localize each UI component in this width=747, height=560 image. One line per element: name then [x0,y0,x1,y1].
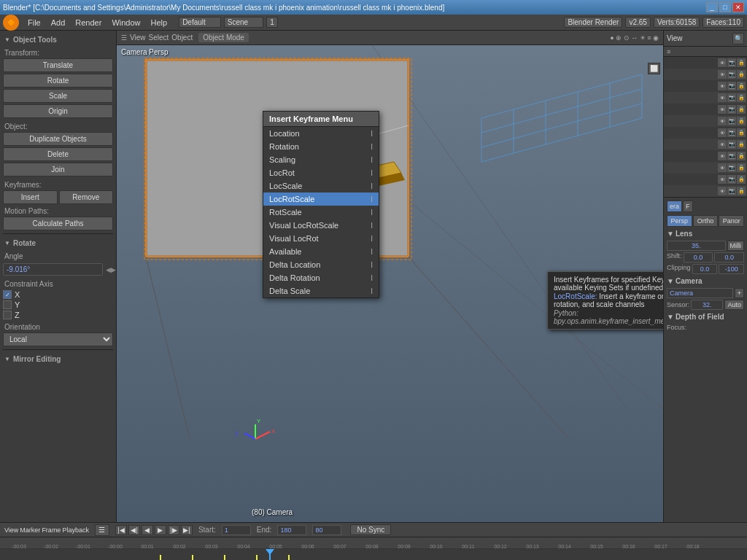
mirror-collapse-icon[interactable]: ▼ [4,356,10,362]
outliner-row-3[interactable]: 👁📷🔒 [664,92,747,104]
viewport-object-btn[interactable]: Object [171,34,193,42]
outliner-icon-4-1[interactable]: 📷 [727,105,736,114]
outliner-row-7[interactable]: 👁📷🔒 [664,139,747,150]
outliner-icon-4-0[interactable]: 👁 [718,105,727,114]
y-checkbox[interactable] [3,300,12,309]
scale-button[interactable]: Scale [3,89,113,103]
step-forward-button[interactable]: |▶ [168,525,179,535]
outliner-row-4[interactable]: 👁📷🔒 [664,104,747,115]
join-button[interactable]: Join [3,163,113,176]
prop-tab-f[interactable]: F [683,201,693,212]
menu-item-delta-scale[interactable]: Delta Scale I [263,284,379,298]
menu-item-scaling[interactable]: Scaling I [263,153,379,166]
outliner-icon-11-2[interactable]: 🔒 [737,187,746,195]
rotate-button[interactable]: Rotate [3,74,113,88]
menu-render[interactable]: Render [71,17,106,28]
sensor-value[interactable]: 32. [691,300,723,310]
menu-item-visual-locrot[interactable]: Visual LocRot I [263,232,379,245]
minimize-button[interactable]: _ [706,2,718,12]
outliner-icon-9-2[interactable]: 🔒 [737,163,746,172]
viewport-view-btn[interactable]: View [130,34,146,42]
close-button[interactable]: ✕ [732,2,744,12]
menu-item-visual-locrotscale[interactable]: Visual LocRotScale I [263,219,379,232]
maximize-button[interactable]: □ [719,2,731,12]
outliner-icon-5-0[interactable]: 👁 [718,117,727,125]
clip-start-value[interactable]: 0.0 [692,264,718,274]
menu-add[interactable]: Add [47,17,70,28]
translate-button[interactable]: Translate [3,58,113,72]
viewport-canvas[interactable]: + X Y Z Camera Persp (80) Camera ⬜ [117,45,663,522]
outliner-icon-11-1[interactable]: 📷 [727,187,736,195]
insert-keyframe-button[interactable]: Insert [3,190,58,204]
calculate-paths-button[interactable]: Calculate Paths [3,217,113,230]
dof-collapse-icon[interactable]: ▼ [667,313,674,321]
outliner-icon-0-0[interactable]: 👁 [718,58,727,67]
timeline-view-btn[interactable]: View [4,526,18,534]
outliner-icon-10-2[interactable]: 🔒 [737,175,746,184]
delete-button[interactable]: Delete [3,147,113,161]
viewport[interactable]: ☰ View Select Object Object Mode ● ⊕ ⊙ ↔… [117,31,663,522]
outliner-icon-5-1[interactable]: 📷 [727,117,736,125]
scene-selector[interactable]: Scene [224,17,263,28]
angle-input[interactable] [3,263,103,276]
focal-length-value[interactable]: 35. [667,241,726,251]
outliner-icon-10-0[interactable]: 👁 [718,175,727,184]
outliner-icon-6-0[interactable]: 👁 [718,128,727,137]
menu-item-rotation[interactable]: Rotation I [263,140,379,153]
timeline-frame-btn[interactable]: Frame [42,526,61,534]
auto-selector[interactable]: Auto [724,300,744,310]
prop-tab-era[interactable]: era [667,201,682,212]
outliner-icon-0-1[interactable]: 📷 [727,58,736,67]
outliner-icon-10-1[interactable]: 📷 [727,175,736,184]
panor-button[interactable]: Panor [719,215,744,227]
lens-collapse-icon[interactable]: ▼ [667,230,674,238]
outliner-icon-2-0[interactable]: 👁 [718,82,727,90]
viewport-select-btn[interactable]: Select [149,34,169,42]
rotate-collapse-icon[interactable]: ▼ [4,240,10,246]
timeline-marker-btn[interactable]: Marker [20,526,40,534]
duplicate-objects-button[interactable]: Duplicate Objects [3,132,113,146]
outliner-row-8[interactable]: 👁📷🔒 [664,150,747,162]
ortho-button[interactable]: Ortho [693,215,719,227]
orientation-select[interactable]: Local Global Normal View [3,332,113,346]
outliner-row-11[interactable]: 👁📷🔒 [664,185,747,197]
workspace-selector[interactable]: Default [179,17,221,28]
start-frame-input[interactable] [222,525,251,535]
current-frame-input[interactable] [312,525,341,535]
outliner-row-10[interactable]: 👁📷🔒 [664,174,747,185]
outliner-icon-8-2[interactable]: 🔒 [737,152,746,160]
timeline-track[interactable] [0,549,747,560]
origin-button[interactable]: Origin [3,104,113,118]
camera-add-icon[interactable]: + [735,288,744,298]
step-back-button[interactable]: ◀| [128,525,140,535]
outliner-icon-1-0[interactable]: 👁 [718,70,727,79]
outliner-icon-6-2[interactable]: 🔒 [737,128,746,137]
shift-y-value[interactable]: 0.0 [714,252,744,262]
clip-end-value[interactable]: -100 [719,264,744,274]
shift-x-value[interactable]: 0.0 [684,252,713,262]
render-engine-selector[interactable]: Blender Render [564,17,622,28]
persp-button[interactable]: Persp [667,215,692,227]
maximize-viewport-icon[interactable]: ⬜ [648,63,660,74]
search-icon[interactable]: 🔍 [732,33,744,44]
outliner-icon-1-2[interactable]: 🔒 [737,70,746,79]
unit-selector[interactable]: Milli [727,241,745,251]
outliner-icon-11-0[interactable]: 👁 [718,187,727,195]
outliner-icon-0-2[interactable]: 🔒 [737,58,746,67]
outliner-icon-9-1[interactable]: 📷 [727,163,736,172]
outliner-icon-7-0[interactable]: 👁 [718,140,727,149]
play-button[interactable]: ▶ [155,525,166,535]
panel-collapse-icon[interactable]: ▼ [4,36,10,43]
outliner-row-9[interactable]: 👁📷🔒 [664,162,747,174]
menu-window[interactable]: Window [107,17,144,28]
outliner-icon-5-2[interactable]: 🔒 [737,117,746,125]
menu-file[interactable]: File [23,17,45,28]
outliner-icon-8-1[interactable]: 📷 [727,152,736,160]
play-reverse-button[interactable]: ◀ [142,525,153,535]
x-checkbox[interactable]: ✓ [3,290,12,299]
no-sync-selector[interactable]: No Sync [350,524,391,535]
camera-value[interactable]: Camera [667,288,733,298]
outliner-icon-2-1[interactable]: 📷 [727,82,736,90]
outliner-icon-1-1[interactable]: 📷 [727,70,736,79]
outliner-row-1[interactable]: 👁📷🔒 [664,69,747,80]
